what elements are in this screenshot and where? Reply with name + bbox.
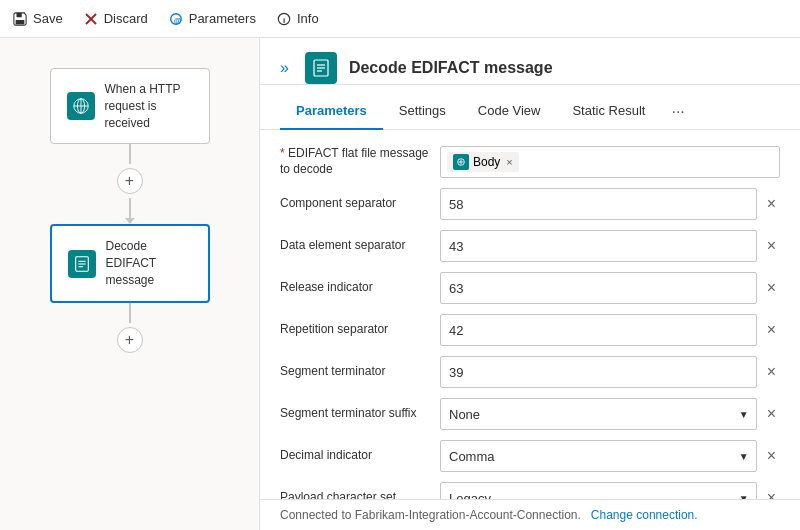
component-sep-input[interactable]: 58 — [440, 188, 757, 220]
edifact-row: EDIFACT flat file message to decode — [280, 146, 780, 178]
save-button[interactable]: Save — [12, 11, 63, 27]
parameters-icon: @ — [168, 11, 184, 27]
body-tag-close[interactable]: × — [506, 156, 512, 168]
component-sep-label: Component separator — [280, 196, 440, 212]
payload-charset-select[interactable]: Legacy UTF-8 UTF-16 — [440, 482, 757, 499]
decimal-ind-clear[interactable]: × — [763, 445, 780, 467]
payload-charset-control: Legacy UTF-8 UTF-16 ▼ × — [440, 482, 780, 499]
discard-icon — [83, 11, 99, 27]
data-elem-control: × — [440, 230, 780, 262]
flow-panel: When a HTTP request is received + Decode… — [0, 38, 260, 530]
form-area: EDIFACT flat file message to decode — [260, 130, 800, 499]
panel-header: » Decode EDIFACT message — [260, 38, 800, 85]
release-ind-input[interactable] — [440, 272, 757, 304]
segment-term-row: Segment terminator × — [280, 356, 780, 388]
component-sep-row: Component separator 58 × — [280, 188, 780, 220]
tab-settings[interactable]: Settings — [383, 95, 462, 130]
body-tag: Body × — [447, 152, 519, 172]
segment-suffix-label: Segment terminator suffix — [280, 406, 440, 422]
repetition-sep-input[interactable] — [440, 314, 757, 346]
discard-label: Discard — [104, 11, 148, 26]
tab-static-result[interactable]: Static Result — [556, 95, 661, 130]
connector-1: + — [117, 144, 143, 224]
segment-term-clear[interactable]: × — [763, 361, 780, 383]
svg-text:i: i — [283, 15, 285, 24]
segment-suffix-control: None CR LF CRLF ▼ × — [440, 398, 780, 430]
segment-term-input[interactable] — [440, 356, 757, 388]
info-button[interactable]: i Info — [276, 11, 319, 27]
component-sep-clear[interactable]: × — [763, 193, 780, 215]
payload-charset-clear[interactable]: × — [763, 487, 780, 499]
edifact-control: Body × — [440, 146, 780, 178]
segment-term-label: Segment terminator — [280, 364, 440, 380]
info-icon: i — [276, 11, 292, 27]
right-panel: » Decode EDIFACT message Parameters Sett… — [260, 38, 800, 530]
connector-2: + — [117, 303, 143, 357]
payload-charset-row: Payload character set Legacy UTF-8 UTF-1… — [280, 482, 780, 499]
panel-footer: Connected to Fabrikam-Integration-Accoun… — [260, 499, 800, 530]
release-ind-row: Release indicator × — [280, 272, 780, 304]
decimal-ind-select[interactable]: Comma Period — [440, 440, 757, 472]
segment-term-control: × — [440, 356, 780, 388]
segment-suffix-clear[interactable]: × — [763, 403, 780, 425]
edifact-tag-input[interactable]: Body × — [440, 146, 780, 178]
payload-charset-label: Payload character set — [280, 490, 440, 499]
decimal-ind-control: Comma Period ▼ × — [440, 440, 780, 472]
segment-suffix-select[interactable]: None CR LF CRLF — [440, 398, 757, 430]
component-sep-control: 58 × — [440, 188, 780, 220]
save-icon — [12, 11, 28, 27]
tab-parameters[interactable]: Parameters — [280, 95, 383, 130]
repetition-sep-label: Repetition separator — [280, 322, 440, 338]
http-node-label: When a HTTP request is received — [105, 81, 193, 131]
repetition-sep-row: Repetition separator × — [280, 314, 780, 346]
decode-edifact-node[interactable]: Decode EDIFACT message — [50, 224, 210, 302]
data-elem-clear[interactable]: × — [763, 235, 780, 257]
release-ind-control: × — [440, 272, 780, 304]
change-connection-link[interactable]: Change connection. — [591, 508, 698, 522]
release-ind-label: Release indicator — [280, 280, 440, 296]
decimal-ind-label: Decimal indicator — [280, 448, 440, 464]
body-tag-label: Body — [473, 155, 500, 169]
expand-icon[interactable]: » — [280, 59, 289, 77]
parameters-button[interactable]: @ Parameters — [168, 11, 256, 27]
tab-code-view[interactable]: Code View — [462, 95, 557, 130]
data-elem-row: Data element separator × — [280, 230, 780, 262]
tag-icon — [453, 154, 469, 170]
add-step-btn-2[interactable]: + — [117, 327, 143, 353]
discard-button[interactable]: Discard — [83, 11, 148, 27]
svg-rect-1 — [16, 19, 25, 23]
data-elem-input[interactable] — [440, 230, 757, 262]
segment-suffix-row: Segment terminator suffix None CR LF CRL… — [280, 398, 780, 430]
svg-rect-0 — [17, 12, 22, 16]
edifact-label: EDIFACT flat file message to decode — [280, 146, 440, 177]
toolbar: Save Discard @ Parameters i Info — [0, 0, 800, 38]
tabs: Parameters Settings Code View Static Res… — [260, 95, 800, 130]
info-label: Info — [297, 11, 319, 26]
add-step-btn-1[interactable]: + — [117, 168, 143, 194]
data-elem-label: Data element separator — [280, 238, 440, 254]
repetition-sep-clear[interactable]: × — [763, 319, 780, 341]
http-node-icon — [67, 92, 95, 120]
parameters-label: Parameters — [189, 11, 256, 26]
main-area: When a HTTP request is received + Decode… — [0, 38, 800, 530]
decode-node-label: Decode EDIFACT message — [106, 238, 192, 288]
release-ind-clear[interactable]: × — [763, 277, 780, 299]
svg-text:@: @ — [174, 15, 182, 24]
save-label: Save — [33, 11, 63, 26]
repetition-sep-control: × — [440, 314, 780, 346]
panel-title: Decode EDIFACT message — [349, 59, 780, 77]
footer-text: Connected to Fabrikam-Integration-Accoun… — [280, 508, 581, 522]
payload-charset-select-wrap: Legacy UTF-8 UTF-16 ▼ — [440, 482, 757, 499]
segment-suffix-select-wrap: None CR LF CRLF ▼ — [440, 398, 757, 430]
panel-title-icon — [305, 52, 337, 84]
decode-node-icon — [68, 250, 96, 278]
decimal-ind-row: Decimal indicator Comma Period ▼ × — [280, 440, 780, 472]
decimal-ind-select-wrap: Comma Period ▼ — [440, 440, 757, 472]
more-tabs-button[interactable]: ··· — [661, 95, 694, 129]
http-trigger-node[interactable]: When a HTTP request is received — [50, 68, 210, 144]
